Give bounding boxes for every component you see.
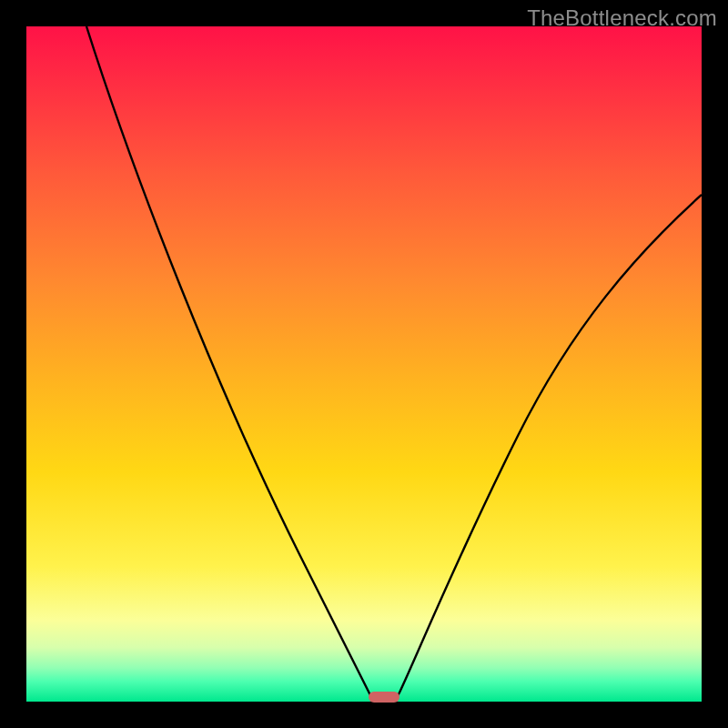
- right-curve: [394, 195, 702, 702]
- watermark-text: TheBottleneck.com: [527, 5, 717, 31]
- left-curve: [86, 26, 375, 702]
- bottleneck-marker: [369, 692, 399, 703]
- bottleneck-curves: [26, 26, 702, 702]
- chart-frame: TheBottleneck.com: [0, 0, 728, 728]
- plot-area: [26, 26, 702, 702]
